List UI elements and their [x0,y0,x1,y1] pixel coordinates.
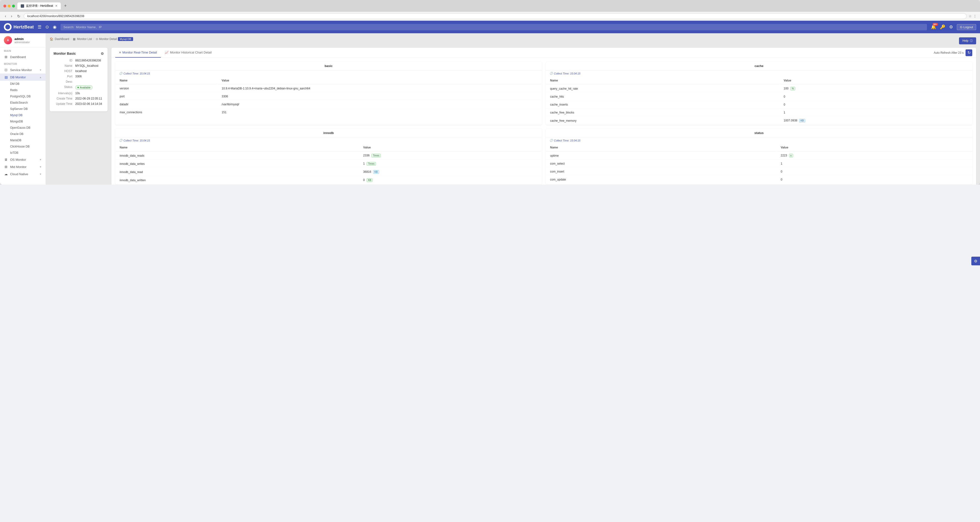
cell-datadir-value: /var/lib/mysql/ [218,101,541,108]
update-time-value: 2023-02-06 14:14:34 [75,102,102,106]
table-row: uptime 2223 s [546,152,972,160]
sidebar-sub-oracle[interactable]: Oracle DB [0,131,46,137]
cell-writes-value: 1 Times [359,160,541,168]
sidebar-sub-iotdb[interactable]: IoTDB [0,150,46,156]
basic-settings-icon[interactable]: ⊙ [101,52,104,56]
chevron-down-icon: ▼ [39,69,42,71]
sidebar-sub-elasticsearch[interactable]: ElasticSearch [0,100,46,106]
cell-com-select-value: 1 [777,160,972,168]
lock-icon[interactable]: 🔑 [940,24,945,30]
logo-icon-inner [5,25,10,29]
user-info: admin administrator [14,37,30,44]
logout-label: Logout [963,25,973,29]
maximize-dot[interactable] [12,5,15,8]
table-row: port 3306 [116,93,541,100]
cell-read-name: innodb_data_read [116,168,359,176]
detail-panel: ≡ Monitor Real-Time Detail 📈 Monitor His… [111,48,976,185]
more-icon[interactable]: ⋮ [973,14,977,18]
innodb-col-value: Value [359,144,541,151]
back-button[interactable]: ‹ [3,13,8,19]
sidebar-item-os-monitor[interactable]: 🖥 OS Monitor ▼ [0,156,46,163]
breadcrumb-home-icon: 🏠 [50,37,53,41]
sidebar-item-mid-monitor[interactable]: ⊞ Mid Monitor ▼ [0,163,46,170]
kb-badge-cache: KB [799,119,805,122]
sep1: / [71,37,72,41]
tab-close-btn[interactable]: ✕ [55,4,57,8]
discord-icon[interactable]: ◉ [53,24,57,30]
sidebar-item-cloud-native[interactable]: ☁ Cloud Native ▼ [0,170,46,178]
historical-tab-label: Monitor Historical Chart Detail [170,51,212,54]
cell-datadir-name: datadir [116,101,217,108]
help-label: Help [963,39,969,43]
sidebar-sub-clickhouse[interactable]: ClickHouse DB [0,143,46,150]
reload-button[interactable]: ↻ [16,13,22,19]
table-row: innodb_data_writes 1 Times [116,160,541,168]
innodb-table: Name Value innodb_data_reads [115,143,542,184]
breadcrumb-tag: Mysql DB [118,37,133,41]
info-create-time: Create Time 2022-06-29 22:05:11 [54,97,104,100]
id-label: ID [54,59,75,62]
breadcrumb-list-icon: ▦ [73,37,75,41]
table-row: innodb_data_written 0 KB [116,176,541,184]
notification-count: 99+ [932,23,938,26]
browser-tab[interactable]: 监控详情 - HertzBeat ✕ [18,2,61,10]
sidebar-sub-mariadb[interactable]: MariaDB [0,137,46,143]
github-icon[interactable]: ⊙ [45,24,49,30]
refresh-button[interactable]: ↻ [966,49,972,56]
table-row: cache_free_memory 1007.0938 KB [546,117,972,124]
monitor-basic-header: Monitor Basic ⊙ [54,52,104,56]
logo: HertzBeat [4,23,34,31]
table-row: query_cache_hit_rate 100 % [546,85,972,92]
tab-realtime[interactable]: ≡ Monitor Real-Time Detail [115,48,161,57]
breadcrumb-monitor-list[interactable]: Monitor List [77,37,92,41]
help-button[interactable]: Help ⓘ [959,37,976,44]
close-dot[interactable] [3,5,6,8]
cell-written-name: innodb_data_written [116,176,359,184]
db-monitor-icon: ▤ [4,75,8,79]
status-time-text: Collect Time: 15:04:15 [554,139,581,142]
status-value: Available [75,85,92,90]
db-monitor-label: DB Monitor [10,75,26,79]
basic-col-value: Value [218,77,541,84]
bookmark-icon[interactable]: ☆ [969,14,972,18]
notification-button[interactable]: 🔔 99+ [931,24,936,30]
auto-refresh-label: Auto Refresh After 23 s [934,51,964,54]
sidebar-item-dashboard[interactable]: ⊞ DashBoard [0,53,46,60]
table-row: cache_inserts 0 [546,101,972,108]
breadcrumb-dashboard[interactable]: DashBoard [55,37,69,41]
table-row: datadir /var/lib/mysql/ [116,101,541,108]
forward-button[interactable]: › [10,13,13,19]
sidebar-sub-mysql[interactable]: Mysql DB [0,112,46,118]
id-value: 8921995426398208 [75,59,101,62]
sidebar-sub-dm-db[interactable]: DM DB [0,81,46,87]
tab-historical[interactable]: 📈 Monitor Historical Chart Detail [161,48,216,57]
detail-tabs: ≡ Monitor Real-Time Detail 📈 Monitor His… [111,48,976,58]
create-time-value: 2022-06-29 22:05:11 [75,97,102,100]
sidebar-item-db-monitor[interactable]: ▤ DB Monitor ▲ [0,73,46,81]
mid-chevron-icon: ▼ [39,165,42,168]
navbar-github-icons: ☰ ⊙ ◉ [38,24,57,30]
sidebar-sub-opengauss[interactable]: OpenGauss DB [0,125,46,131]
clock-icon: 🕐 [119,72,123,75]
sidebar-item-service-monitor[interactable]: ⊡ Service Monitor ▼ [0,66,46,73]
sidebar-sub-mongodb[interactable]: MongoDB [0,118,46,125]
new-tab-button[interactable]: + [64,3,67,8]
cell-version-value: 10.9.4-MariaDB-1:10.9.4+maria~ubu2204_de… [218,85,541,92]
cell-written-value: 0 KB [359,176,541,184]
search-input[interactable] [60,24,927,30]
minimize-dot[interactable] [8,5,11,8]
status-col-name: Name [546,144,776,151]
cell-cache-inserts-name: cache_inserts [546,101,780,108]
info-update-time: Update Time 2023-02-06 14:14:34 [54,102,104,106]
settings-icon[interactable]: ⚙ [949,24,953,30]
monitor-basic-wrapper: Monitor Basic ⊙ ID 8921995426398208 Name… [50,48,108,185]
info-status: Status Available [54,85,104,90]
main-section-label: Main [0,48,46,53]
logout-button[interactable]: G Logout [957,24,976,30]
menu-icon[interactable]: ☰ [38,24,41,30]
sidebar-sub-sqlserver[interactable]: SqlServer DB [0,106,46,112]
user-profile: A admin administrator [0,33,46,48]
sidebar-sub-redis[interactable]: Redis [0,87,46,93]
cell-port-value: 3306 [218,93,541,100]
sidebar-sub-postgresql[interactable]: PostgreSQL DB [0,93,46,100]
